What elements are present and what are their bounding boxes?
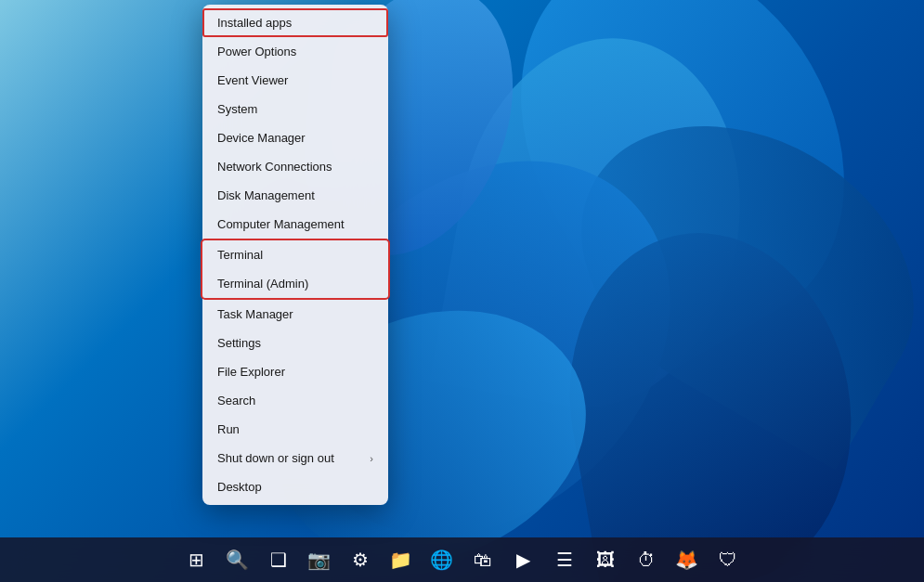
taskbar-icon-photos[interactable]: 🖼 <box>587 541 624 578</box>
menu-item-label: Search <box>217 394 255 407</box>
submenu-arrow-icon: › <box>370 453 373 464</box>
menu-item-shutdown-signout[interactable]: Shut down or sign out› <box>202 444 388 472</box>
taskbar-icon-edge[interactable]: 🌐 <box>423 541 461 578</box>
menu-item-label: Disk Management <box>217 188 315 202</box>
menu-item-label: Event Viewer <box>217 73 288 87</box>
menu-item-terminal[interactable]: Terminal <box>202 240 388 269</box>
menu-item-installed-apps[interactable]: Installed apps <box>202 8 388 37</box>
taskbar: ⊞🔍❑📷⚙📁🌐🛍▶☰🖼⏱🦊🛡 <box>0 537 924 582</box>
menu-item-label: System <box>217 102 257 116</box>
taskbar-icon-clock[interactable]: ⏱ <box>628 541 665 578</box>
menu-item-label: File Explorer <box>217 365 285 379</box>
menu-item-device-manager[interactable]: Device Manager <box>202 123 388 152</box>
desktop-background <box>0 0 924 582</box>
taskbar-icon-task-view[interactable]: ❑ <box>260 541 297 578</box>
menu-item-label: Desktop <box>217 480 262 494</box>
taskbar-icon-start[interactable]: ⊞ <box>178 541 215 578</box>
terminal-group-highlight: TerminalTerminal (Admin) <box>202 240 388 298</box>
menu-item-run[interactable]: Run <box>202 415 388 444</box>
menu-item-label: Terminal <box>217 248 263 262</box>
taskbar-icon-devtools[interactable]: ☰ <box>546 541 583 578</box>
menu-item-label: Device Manager <box>217 131 306 145</box>
menu-item-network-connections[interactable]: Network Connections <box>202 152 388 181</box>
menu-item-label: Shut down or sign out <box>217 451 334 465</box>
taskbar-icon-facetime[interactable]: 📷 <box>301 541 338 578</box>
menu-item-task-manager[interactable]: Task Manager <box>202 300 388 329</box>
menu-item-label: Settings <box>217 336 261 350</box>
menu-item-label: Computer Management <box>217 217 345 231</box>
menu-item-event-viewer[interactable]: Event Viewer <box>202 66 388 95</box>
menu-item-label: Terminal (Admin) <box>217 277 308 291</box>
menu-item-label: Run <box>217 422 240 436</box>
menu-item-file-explorer[interactable]: File Explorer <box>202 357 388 386</box>
start-context-menu: Installed appsPower OptionsEvent ViewerS… <box>202 5 388 505</box>
taskbar-icon-browser2[interactable]: 🦊 <box>669 541 706 578</box>
menu-item-search[interactable]: Search <box>202 386 388 415</box>
taskbar-icon-explorer[interactable]: 📁 <box>383 541 420 578</box>
taskbar-icon-terminal[interactable]: ▶ <box>505 541 542 578</box>
menu-item-power-options[interactable]: Power Options <box>202 37 388 66</box>
menu-item-computer-management[interactable]: Computer Management <box>202 210 388 239</box>
menu-item-label: Network Connections <box>217 160 332 174</box>
taskbar-icon-search[interactable]: 🔍 <box>219 541 256 578</box>
menu-item-label: Installed apps <box>217 16 292 30</box>
menu-item-label: Power Options <box>217 45 296 58</box>
menu-item-terminal-admin[interactable]: Terminal (Admin) <box>202 269 388 298</box>
taskbar-icon-settings[interactable]: ⚙ <box>342 541 379 578</box>
menu-item-settings[interactable]: Settings <box>202 329 388 357</box>
menu-item-system[interactable]: System <box>202 95 388 123</box>
menu-item-disk-management[interactable]: Disk Management <box>202 181 388 210</box>
menu-item-desktop[interactable]: Desktop <box>202 472 388 501</box>
taskbar-icon-security[interactable]: 🛡 <box>709 541 747 578</box>
menu-item-label: Task Manager <box>217 307 293 321</box>
taskbar-icon-store[interactable]: 🛍 <box>464 541 501 578</box>
